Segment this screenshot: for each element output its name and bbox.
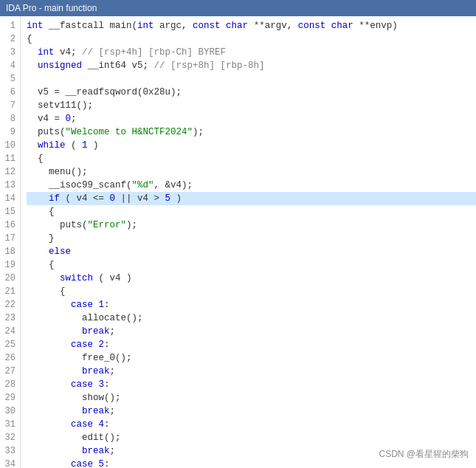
line-number: 1 bbox=[3, 19, 15, 32]
line-numbers: 1234567891011121314151617181920212223242… bbox=[0, 16, 21, 468]
line-number: 4 bbox=[3, 59, 15, 72]
code-line: else bbox=[27, 245, 476, 258]
code-line: while ( 1 ) bbox=[27, 139, 476, 152]
line-number: 18 bbox=[3, 245, 15, 258]
code-line: allocate(); bbox=[27, 312, 476, 325]
line-number: 24 bbox=[3, 325, 15, 338]
code-line: case 3: bbox=[27, 378, 476, 391]
code-area: 1234567891011121314151617181920212223242… bbox=[0, 16, 476, 468]
line-number: 32 bbox=[3, 431, 15, 444]
code-line: break; bbox=[27, 405, 476, 418]
line-number: 23 bbox=[3, 312, 15, 325]
line-number: 21 bbox=[3, 285, 15, 298]
line-number: 12 bbox=[3, 165, 15, 179]
code-line: __isoc99_scanf("%d", &v4); bbox=[27, 179, 476, 192]
line-number: 8 bbox=[3, 112, 15, 125]
line-number: 6 bbox=[3, 86, 15, 99]
line-number: 19 bbox=[3, 258, 15, 272]
code-line: { bbox=[27, 258, 476, 272]
line-number: 29 bbox=[3, 391, 15, 405]
line-number: 17 bbox=[3, 232, 15, 245]
title-bar-text: IDA Pro - main function bbox=[6, 3, 97, 13]
title-bar: IDA Pro - main function bbox=[0, 0, 476, 16]
code-line: edit(); bbox=[27, 431, 476, 444]
line-number: 15 bbox=[3, 205, 15, 218]
code-line: case 1: bbox=[27, 298, 476, 312]
line-number: 27 bbox=[3, 365, 15, 378]
code-line: free_0(); bbox=[27, 351, 476, 365]
line-number: 30 bbox=[3, 405, 15, 418]
line-number: 5 bbox=[3, 72, 15, 86]
line-number: 20 bbox=[3, 272, 15, 285]
code-line: int v4; // [rsp+4h] [rbp-Ch] BYREF bbox=[27, 46, 476, 59]
line-number: 22 bbox=[3, 298, 15, 312]
code-line: puts("Welcome to H&NCTF2024"); bbox=[27, 125, 476, 139]
line-number: 10 bbox=[3, 139, 15, 152]
code-line: break; bbox=[27, 325, 476, 338]
code-line: v5 = __readfsqword(0x28u); bbox=[27, 86, 476, 99]
code-line: { bbox=[27, 152, 476, 165]
line-number: 26 bbox=[3, 351, 15, 365]
line-number: 28 bbox=[3, 378, 15, 391]
line-number: 13 bbox=[3, 179, 15, 192]
code-line: int __fastcall main(int argc, const char… bbox=[27, 19, 476, 32]
line-number: 25 bbox=[3, 338, 15, 351]
code-line: setv111(); bbox=[27, 99, 476, 112]
code-line: unsigned __int64 v5; // [rsp+8h] [rbp-8h… bbox=[27, 59, 476, 72]
code-line: } bbox=[27, 232, 476, 245]
code-line: switch ( v4 ) bbox=[27, 272, 476, 285]
code-line: break; bbox=[27, 365, 476, 378]
line-number: 7 bbox=[3, 99, 15, 112]
line-number: 14 bbox=[3, 192, 15, 205]
code-line: if ( v4 <= 0 || v4 > 5 ) bbox=[27, 192, 476, 205]
line-number: 11 bbox=[3, 152, 15, 165]
line-number: 9 bbox=[3, 125, 15, 139]
line-number: 16 bbox=[3, 218, 15, 232]
code-line: menu(); bbox=[27, 165, 476, 179]
code-line: show(); bbox=[27, 391, 476, 405]
code-content[interactable]: int __fastcall main(int argc, const char… bbox=[21, 16, 476, 468]
line-number: 34 bbox=[3, 458, 15, 468]
code-line: puts("Error"); bbox=[27, 218, 476, 232]
line-number: 31 bbox=[3, 418, 15, 431]
watermark: CSDN @看星猩的柴狗 bbox=[379, 448, 469, 461]
code-line: case 4: bbox=[27, 418, 476, 431]
code-line: case 2: bbox=[27, 338, 476, 351]
line-number: 2 bbox=[3, 32, 15, 46]
code-line: v4 = 0; bbox=[27, 112, 476, 125]
code-line: { bbox=[27, 32, 476, 46]
code-line: { bbox=[27, 285, 476, 298]
editor-container: IDA Pro - main function 1234567891011121… bbox=[0, 0, 476, 468]
line-number: 33 bbox=[3, 444, 15, 458]
code-line bbox=[27, 72, 476, 86]
line-number: 3 bbox=[3, 46, 15, 59]
code-line: { bbox=[27, 205, 476, 218]
